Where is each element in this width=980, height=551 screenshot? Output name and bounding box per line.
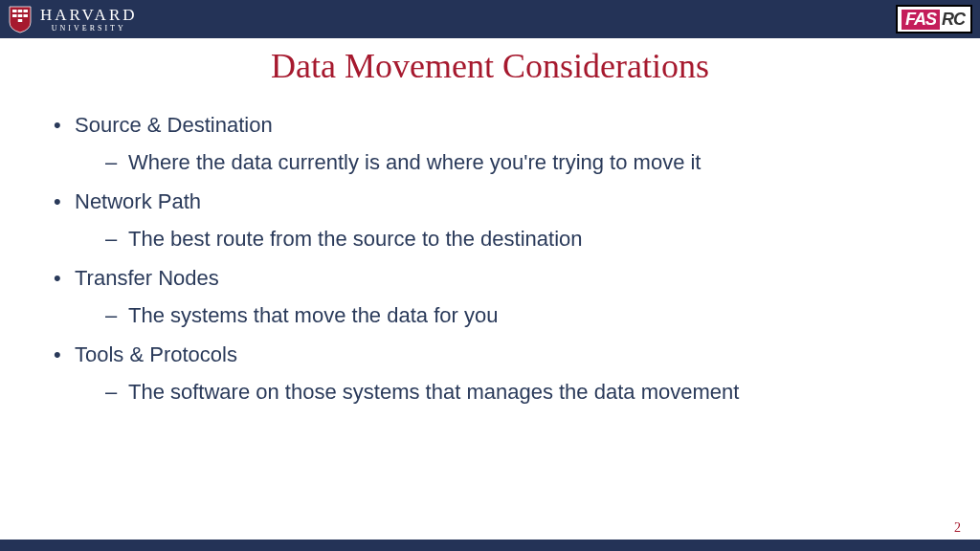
- bullet-list: Source & Destination Where the data curr…: [48, 109, 932, 408]
- bullet-text: Source & Destination: [75, 113, 273, 137]
- sub-item: Where the data currently is and where yo…: [75, 146, 932, 178]
- harvard-subtitle: UNIVERSITY: [40, 25, 138, 33]
- bullet-text: Network Path: [75, 189, 201, 213]
- footer-bar: [0, 540, 980, 551]
- harvard-logo: HARVARD UNIVERSITY: [8, 5, 138, 33]
- rc-label: RC: [940, 10, 967, 30]
- harvard-shield-icon: [8, 5, 33, 33]
- sub-item: The best route from the source to the de…: [75, 223, 932, 254]
- svg-rect-6: [18, 19, 23, 22]
- svg-rect-5: [24, 14, 29, 17]
- bullet-text: Tools & Protocols: [75, 342, 237, 366]
- svg-rect-1: [18, 10, 23, 12]
- svg-rect-4: [18, 14, 23, 17]
- sub-list: The best route from the source to the de…: [75, 223, 932, 254]
- fas-label: FAS: [902, 10, 940, 30]
- sub-list: The software on those systems that manag…: [75, 376, 932, 408]
- svg-rect-0: [12, 10, 17, 12]
- bullet-item: Source & Destination Where the data curr…: [48, 109, 932, 178]
- sub-item: The systems that move the data for you: [75, 299, 932, 331]
- page-number: 2: [954, 520, 961, 536]
- bullet-item: Tools & Protocols The software on those …: [48, 339, 932, 408]
- bullet-item: Transfer Nodes The systems that move the…: [48, 262, 932, 331]
- svg-rect-2: [24, 10, 29, 12]
- sub-item: The software on those systems that manag…: [75, 376, 932, 408]
- svg-rect-3: [12, 14, 17, 17]
- sub-list: Where the data currently is and where yo…: [75, 146, 932, 178]
- header-bar: HARVARD UNIVERSITY FAS RC: [0, 0, 980, 38]
- slide-content: Source & Destination Where the data curr…: [0, 109, 980, 408]
- sub-list: The systems that move the data for you: [75, 299, 932, 331]
- fasrc-badge: FAS RC: [896, 5, 972, 33]
- bullet-text: Transfer Nodes: [75, 266, 219, 290]
- harvard-name: HARVARD: [40, 7, 138, 23]
- bullet-item: Network Path The best route from the sou…: [48, 186, 932, 254]
- slide-title: Data Movement Considerations: [0, 46, 980, 86]
- harvard-text: HARVARD UNIVERSITY: [40, 7, 138, 33]
